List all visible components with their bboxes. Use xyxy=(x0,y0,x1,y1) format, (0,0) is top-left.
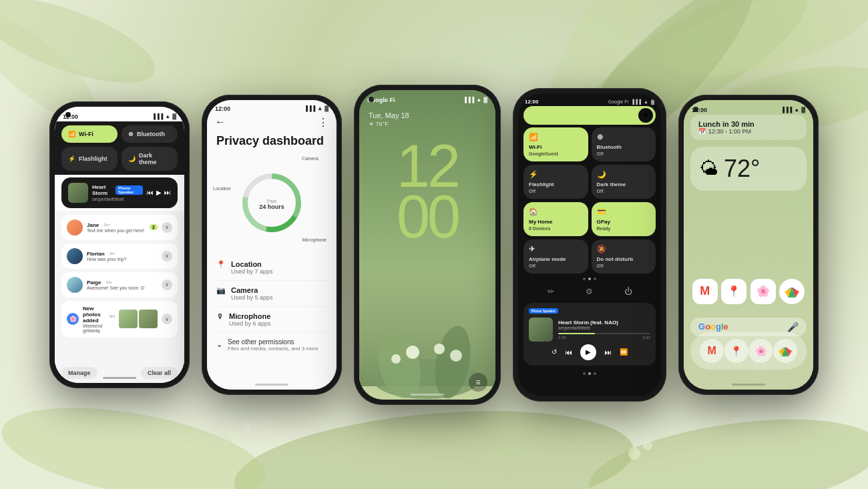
avatar-paige xyxy=(67,277,83,293)
settings-icon[interactable]: ⚙ xyxy=(586,287,593,296)
nav-dot-1 xyxy=(583,278,586,280)
p4-tile-gpay[interactable]: 💳 GPay Ready xyxy=(592,202,656,236)
photo-thumbnails xyxy=(119,310,158,328)
p4-tile-dnd[interactable]: 🔕 Do not disturb Off xyxy=(592,239,656,274)
phone-5-event-card[interactable]: Lunch in 30 min 📅 12:30 - 1:00 PM xyxy=(690,115,807,140)
phone-1-quick-tiles: 📶 Wi-Fi ⊕ Bluetooth ⚡ Flashlight 🌙 Dark … xyxy=(55,121,184,175)
p4-tile-home[interactable]: 🏠 My Home 6 Devices xyxy=(523,202,588,236)
p4-gpay-icon: 💳 xyxy=(597,207,651,216)
clear-all-button[interactable]: Clear all xyxy=(141,367,178,379)
phone-5-weather-widget[interactable]: 🌤 72° xyxy=(690,147,807,191)
notif-florian-time: · 2m xyxy=(107,252,116,256)
tile-dark-theme[interactable]: 🌙 Dark theme xyxy=(122,147,178,171)
p4-airplane-sub: Off xyxy=(529,264,583,268)
permission-camera[interactable]: 📷 Camera Used by 5 apps xyxy=(216,281,327,307)
replay-icon[interactable]: ↺ xyxy=(552,348,557,356)
temperature: 72° xyxy=(724,155,760,183)
p4-tile-wifi[interactable]: 📶 Wi-Fi GoogleGuest xyxy=(523,127,588,161)
maps-icon[interactable]: 📍 xyxy=(721,279,746,304)
chrome-icon[interactable] xyxy=(779,279,805,304)
chart-location-label: Location xyxy=(213,186,230,191)
notif-jane[interactable]: Jane · 2m Text me when you get here! 2 ∨ xyxy=(61,215,178,240)
dock-chrome[interactable] xyxy=(773,339,797,363)
notif-florian-msg: How was your trip? xyxy=(87,257,158,262)
p4-home-icon: 🏠 xyxy=(529,207,583,216)
p4-tile-bluetooth[interactable]: ⊕ Bluetooth Off xyxy=(592,127,656,161)
back-button[interactable]: ← xyxy=(215,116,226,128)
wifi-icon-p5: ▲ xyxy=(794,107,799,113)
p4-wifi-name: Wi-Fi xyxy=(529,144,583,150)
mic-icon: 🎙 xyxy=(216,312,224,320)
permission-location-name: Location xyxy=(231,260,273,268)
phone-2-nav-bar: ← ⋮ xyxy=(207,113,337,131)
tile-flashlight[interactable]: ⚡ Flashlight xyxy=(61,147,118,171)
prev-btn[interactable]: ⏮ xyxy=(565,348,572,356)
next-icon[interactable]: ⏭ xyxy=(164,189,171,196)
donut-chart-container: Past 24 hours Camera Location Microphone xyxy=(232,163,312,246)
phone-4-progress-fill xyxy=(558,333,595,334)
dock-maps[interactable]: 📍 xyxy=(724,339,748,363)
gmail-icon[interactable]: M xyxy=(692,279,718,304)
nav-dot-2 xyxy=(588,278,591,280)
p4-tile-flashlight[interactable]: ⚡ Flashlight Off xyxy=(523,165,588,199)
signal-icon-p4: ▐▐▐ xyxy=(631,99,641,104)
avatar-jane xyxy=(67,219,83,235)
notif-florian[interactable]: Florian · 2m How was your trip? ∨ xyxy=(61,243,178,269)
flashlight-icon: ⚡ xyxy=(68,155,75,162)
forward-icon[interactable]: ⏩ xyxy=(620,348,628,356)
avatar-florian xyxy=(67,248,83,264)
manage-button[interactable]: Manage xyxy=(61,367,97,379)
signal-icon-p5: ▐▐▐ xyxy=(781,107,792,113)
permission-microphone-info: Microphone Used by 6 apps xyxy=(229,312,271,327)
p4-tile-dark-theme[interactable]: 🌙 Dark theme Off xyxy=(592,165,656,199)
edit-icon[interactable]: ✏ xyxy=(548,287,554,296)
clock-minutes: 00 xyxy=(359,191,495,243)
phone-1-speaker-badge: Phone Speaker xyxy=(116,185,143,195)
battery-icon-p3: ▓ xyxy=(483,97,487,103)
phone-3-weather: ☀ 76°F xyxy=(359,119,495,127)
phone-4-music-player: Phone Speaker Heart Storm (feat. NAO) se… xyxy=(523,303,656,366)
p4-wifi-sub: GoogleGuest xyxy=(529,151,583,156)
notif-photos[interactable]: 🌸 New photos added · 5m Weekend getaway xyxy=(61,301,178,338)
photos-icon[interactable]: 🌸 xyxy=(750,279,776,304)
see-other-text-area: See other permissions Files and media, c… xyxy=(228,338,318,352)
notif-photos-expand[interactable]: ∨ xyxy=(162,314,172,324)
phone-3-nav-button[interactable]: ≡ xyxy=(469,373,487,392)
see-other-permissions[interactable]: ⌄ See other permissions Files and media,… xyxy=(216,333,327,357)
overflow-menu-button[interactable]: ⋮ xyxy=(318,116,329,129)
notif-paige[interactable]: Paige · 2m Awesome! See you soon :D ∨ xyxy=(61,272,178,298)
mic-icon[interactable]: 🎤 xyxy=(787,322,799,332)
phone-5-screen: 12:00 ▐▐▐ ▲ ▓ Lunch in 30 min 📅 12:30 - … xyxy=(684,100,813,390)
dock-gmail[interactable]: M xyxy=(700,339,724,363)
dock-photos[interactable]: 🌸 xyxy=(748,339,773,363)
chart-center-label: Past xyxy=(259,198,284,203)
tile-wifi[interactable]: 📶 Wi-Fi xyxy=(61,125,118,143)
prev-icon[interactable]: ⏮ xyxy=(147,189,154,196)
play-icon[interactable]: ▶ xyxy=(156,189,162,196)
permission-location[interactable]: 📍 Location Used by 7 apps xyxy=(216,255,327,281)
phone-2-home-indicator xyxy=(255,384,288,386)
p4-airplane-icon: ✈ xyxy=(529,245,583,254)
tile-bluetooth[interactable]: ⊕ Bluetooth xyxy=(122,125,178,143)
notif-jane-expand[interactable]: ∨ xyxy=(162,222,172,233)
bottom-dot-1 xyxy=(583,372,586,375)
notif-paige-expand[interactable]: ∨ xyxy=(162,280,172,290)
notif-florian-expand[interactable]: ∨ xyxy=(162,251,172,262)
sun-icon: ☀ xyxy=(369,121,376,127)
notif-paige-time: · 2m xyxy=(103,280,112,284)
event-title: Lunch in 30 min xyxy=(698,120,799,128)
notif-photos-name: New photos added xyxy=(83,306,107,324)
phone-4-progress-bar[interactable] xyxy=(558,333,650,334)
power-icon[interactable]: ⏻ xyxy=(624,287,632,296)
phone-1-music-controls[interactable]: ⏮ ▶ ⏭ xyxy=(147,189,171,196)
play-pause-button[interactable]: ▶ xyxy=(580,344,596,360)
wifi-status-icon: ▲ xyxy=(165,113,170,119)
photos-icon: 🌸 xyxy=(69,316,77,322)
p4-tile-airplane[interactable]: ✈ Airplane mode Off xyxy=(523,239,588,274)
p4-dark-sub: Off xyxy=(597,189,651,193)
phone-4-time: 12:00 xyxy=(525,99,538,105)
brightness-slider[interactable]: ☀ xyxy=(523,106,656,125)
permission-microphone[interactable]: 🎙 Microphone Used by 6 apps xyxy=(216,307,327,333)
phone-1-song-artist: serpentwithfeet xyxy=(92,197,143,201)
next-btn[interactable]: ⏭ xyxy=(604,348,612,356)
